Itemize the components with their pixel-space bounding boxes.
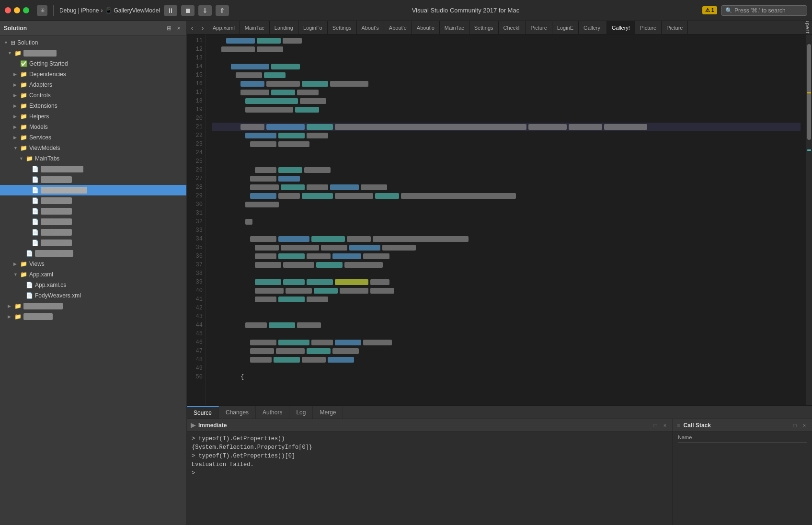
code-line-26 bbox=[212, 166, 801, 174]
tree-item-ios[interactable]: ▶ 📁 Project.iOS bbox=[0, 311, 186, 322]
stop-button[interactable]: ⏹ bbox=[181, 5, 194, 16]
code-line-17 bbox=[212, 88, 801, 97]
immediate-line-1: > typeof(T).GetProperties() bbox=[192, 434, 668, 443]
tab-landing[interactable]: Landing bbox=[270, 21, 298, 34]
tree-item-services[interactable]: ▶ 📁 Services bbox=[0, 132, 186, 143]
tree-item-helpers[interactable]: ▶ 📁 Helpers bbox=[0, 111, 186, 122]
step-in-button[interactable]: ⇑ bbox=[216, 5, 229, 16]
tab-checkli[interactable]: Checkli bbox=[499, 21, 526, 34]
tree-label: Getting Started bbox=[29, 60, 68, 67]
tab-settings2[interactable]: Settings bbox=[469, 21, 499, 34]
tree-arrow: ▼ bbox=[4, 40, 9, 45]
maximize-button[interactable] bbox=[23, 7, 29, 13]
tree-item-solution[interactable]: ▼ ⊞ Solution bbox=[0, 37, 186, 48]
tree-item-adapters[interactable]: ▶ 📁 Adapters bbox=[0, 80, 186, 90]
close-button[interactable] bbox=[5, 7, 11, 13]
tab-picture3[interactable]: Picture bbox=[662, 21, 688, 34]
breadcrumb-separator: › bbox=[101, 7, 103, 14]
tree-arrow: ▶ bbox=[13, 125, 18, 129]
code-line-25 bbox=[212, 157, 801, 166]
tree-item-views[interactable]: ▶ 📁 Views bbox=[0, 259, 186, 269]
sidebar-close-icon[interactable]: × bbox=[175, 24, 183, 32]
tab-abouts1[interactable]: About's bbox=[357, 21, 384, 34]
tree-item-file7[interactable]: 📄 ViewModel7 bbox=[0, 227, 186, 238]
code-line-40 bbox=[212, 286, 801, 295]
step-over-button[interactable]: ⇓ bbox=[198, 5, 212, 16]
tab-aboute[interactable]: About'e bbox=[384, 21, 412, 34]
folder-icon: 📁 bbox=[20, 261, 27, 267]
tree-label: Views bbox=[29, 261, 45, 267]
tab-authors[interactable]: Authors bbox=[256, 406, 289, 419]
tree-label: MainTabs bbox=[35, 155, 59, 162]
folder-icon: 📁 bbox=[20, 81, 27, 88]
tree-item-maintabs[interactable]: ▼ 📁 MainTabs bbox=[0, 153, 186, 164]
tab-abouto[interactable]: About'o bbox=[412, 21, 440, 34]
tree-item-extensions[interactable]: ▶ 📁 Extensions bbox=[0, 101, 186, 111]
immediate-panel-body[interactable]: > typeof(T).GetProperties() {System.Refl… bbox=[187, 432, 673, 525]
tree-item-file6[interactable]: 📄 ViewModel6 bbox=[0, 217, 186, 227]
tree-label: ViewModel8 bbox=[41, 240, 72, 246]
warning-badge[interactable]: ⚠ 1 bbox=[702, 6, 717, 14]
tree-item-viewmodels-cs[interactable]: 📄 ViewModels.cs bbox=[0, 248, 186, 259]
callstack-panel-header: ≡ Call Stack □ × bbox=[673, 419, 812, 432]
tab-maintac2[interactable]: MainTac bbox=[440, 21, 469, 34]
tree-item-project-root[interactable]: ▼ 📁 ProjectName bbox=[0, 48, 186, 58]
immediate-maximize-button[interactable]: □ bbox=[652, 422, 659, 429]
tree-label: AboutTabsModel bbox=[41, 166, 83, 172]
tree-item-viewmodels[interactable]: ▼ 📁 ViewModels bbox=[0, 143, 186, 153]
editor-tab-bar: ‹ › App.xaml MainTac Landing LoginFo Set… bbox=[187, 21, 812, 34]
tab-maintac1[interactable]: MainTac bbox=[240, 21, 270, 34]
code-line-46 bbox=[212, 338, 801, 347]
tab-log[interactable]: Log bbox=[289, 406, 313, 419]
code-line-11 bbox=[212, 36, 801, 45]
tab-picture2[interactable]: Picture bbox=[635, 21, 662, 34]
immediate-close-button[interactable]: × bbox=[661, 422, 669, 429]
tree-item-file2[interactable]: 📄 ViewModel2 bbox=[0, 174, 186, 185]
tab-logininfo[interactable]: LoginFo bbox=[298, 21, 328, 34]
tab-gallery2[interactable]: Gallery! bbox=[607, 21, 635, 34]
tab-picture1[interactable]: Picture bbox=[526, 21, 552, 34]
nav-back-button[interactable]: ‹ bbox=[187, 23, 197, 33]
callstack-maximize-button[interactable]: □ bbox=[791, 422, 799, 429]
tree-item-dependencies[interactable]: ▶ 📁 Dependencies bbox=[0, 69, 186, 80]
search-box[interactable]: 🔍 Press '⌘.' to search bbox=[721, 5, 807, 16]
tree-item-about-tabs-model[interactable]: 📄 AboutTabsModel bbox=[0, 164, 186, 174]
nav-forward-button[interactable]: › bbox=[197, 23, 208, 33]
tree-item-file5[interactable]: 📄 ViewModel5 bbox=[0, 206, 186, 217]
immediate-panel-header: ▶ Immediate □ × bbox=[187, 419, 673, 432]
code-line-29 bbox=[212, 192, 801, 200]
editor-scrollbar[interactable] bbox=[806, 34, 812, 405]
tab-merge[interactable]: Merge bbox=[313, 406, 343, 419]
tree-item-controls[interactable]: ▶ 📁 Controls bbox=[0, 90, 186, 101]
code-content[interactable]: { bbox=[206, 34, 806, 405]
tree-label: App.xaml bbox=[29, 271, 53, 278]
tree-item-appxaml[interactable]: ▼ 📁 App.xaml bbox=[0, 269, 186, 280]
tree-item-android[interactable]: ▶ 📁 Project.Android bbox=[0, 301, 186, 311]
sidebar-toggle-icon[interactable]: ⊞ bbox=[37, 5, 47, 16]
tree-item-models[interactable]: ▶ 📁 Models bbox=[0, 122, 186, 132]
tab-logine[interactable]: LoginE bbox=[552, 21, 579, 34]
tree-item-file4[interactable]: 📄 ViewModel4 bbox=[0, 195, 186, 206]
minimize-button[interactable] bbox=[14, 7, 20, 13]
tab-gallery1[interactable]: Gallery! bbox=[579, 21, 607, 34]
properties-panel-button[interactable]: Properties bbox=[802, 21, 812, 34]
file-icon: 📄 bbox=[32, 208, 39, 215]
folder-icon: 📁 bbox=[20, 271, 27, 278]
tree-item-fodyweavers[interactable]: 📄 FodyWeavers.xml bbox=[0, 290, 186, 301]
tab-settings1[interactable]: Settings bbox=[328, 21, 357, 34]
callstack-title-label: Call Stack bbox=[684, 422, 711, 429]
code-line-50: { bbox=[212, 373, 801, 381]
tree-item-file8[interactable]: 📄 ViewModel8 bbox=[0, 238, 186, 248]
sidebar-expand-icon[interactable]: ⊞ bbox=[165, 24, 173, 32]
tab-changes[interactable]: Changes bbox=[219, 406, 256, 419]
tree-item-gallery-viewmodel[interactable]: 📄 GalleryViewModel bbox=[0, 185, 186, 195]
callstack-close-button[interactable]: × bbox=[801, 422, 808, 429]
tree-item-getting-started[interactable]: ✅ Getting Started bbox=[0, 58, 186, 69]
tree-label: FodyWeavers.xml bbox=[35, 292, 81, 299]
code-line-19 bbox=[212, 105, 801, 114]
tree-item-appxaml-cs[interactable]: 📄 App.xaml.cs bbox=[0, 280, 186, 290]
pause-button[interactable]: ⏸ bbox=[164, 5, 177, 16]
tab-source[interactable]: Source bbox=[187, 406, 219, 419]
tab-appxaml[interactable]: App.xaml bbox=[208, 21, 240, 34]
tree-label: Project.iOS bbox=[23, 313, 53, 320]
